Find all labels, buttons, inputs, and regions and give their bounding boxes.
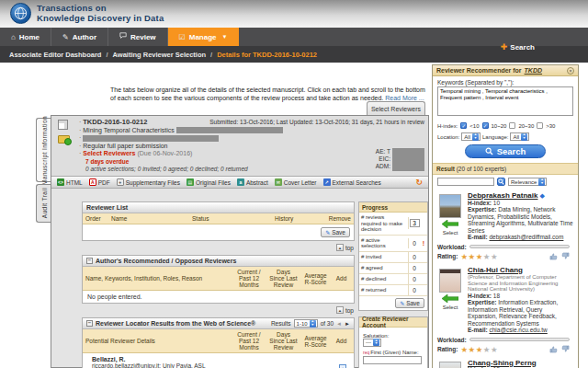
pencil-icon: ✎ — [400, 300, 404, 306]
submission-type: Regular full paper submission — [79, 143, 424, 151]
adm-label: ADM: — [376, 163, 390, 170]
collapse-icon[interactable]: − — [86, 258, 93, 264]
thumbs-down-icon[interactable] — [561, 252, 570, 260]
progress-row: # agreed 0 — [359, 263, 427, 274]
tab-manuscript-information[interactable]: Manuscript Information — [36, 118, 51, 182]
redacted-editors — [392, 148, 424, 171]
instructions-text: The tabs below organize all of the detai… — [110, 86, 426, 102]
tab-audit-trail[interactable]: Audit Trail — [36, 184, 51, 223]
add-reviewer-icon[interactable]: + — [339, 364, 346, 368]
expert-email-link[interactable]: chia@csie.ncu.edu.tw — [489, 327, 547, 333]
first-name-field[interactable] — [363, 356, 422, 364]
select-expert-button[interactable]: Select — [437, 294, 463, 310]
breadcrumb-awaiting[interactable]: Awaiting Reviewer Selection — [113, 51, 207, 59]
author-recommended-section: − Author's Recommended / Opposed Reviewe… — [82, 255, 355, 304]
filter-search-button[interactable] — [497, 178, 505, 186]
progress-row: # reviews required to make decision — [359, 213, 427, 236]
up-arrow-icon: ▲ — [336, 244, 344, 251]
back-to-top-button[interactable]: ▲ top — [336, 244, 354, 251]
recommender-title: Reviewer Recommender for — [436, 67, 522, 74]
html-button[interactable]: <> HTML — [57, 178, 83, 186]
language-select[interactable]: All ▲▼ — [510, 132, 529, 141]
no-people-message: No people entered. — [83, 291, 354, 303]
reviewer-name-link[interactable]: Bellazzi, R. — [92, 356, 349, 362]
first-name-label: reqFirst (Given) Name: — [363, 350, 424, 355]
cover-letter-icon: ✉ — [275, 178, 282, 186]
salutation-select[interactable]: --- ▲▼ — [363, 339, 381, 347]
expert-name-link[interactable]: Chia-Hui Chang — [468, 266, 523, 274]
thumbs-up-icon[interactable] — [549, 252, 558, 260]
overdue-notice: 7 days overdue — [85, 158, 424, 167]
result-filter-input[interactable] — [437, 178, 494, 186]
close-icon[interactable]: × — [567, 67, 574, 75]
home-icon: ⌂ — [11, 33, 16, 41]
reviewer-affiliation: riccardo.bellazzi@unipv.it; Univ Pavia, … — [92, 362, 349, 368]
expert-photo — [439, 362, 461, 368]
hindex-checkbox-20-30[interactable] — [509, 122, 515, 129]
tab-select-reviewers[interactable]: Select Reviewers — [367, 101, 425, 116]
cover-letter-button[interactable]: ✉ Cover Letter — [275, 178, 317, 186]
refresh-icon[interactable]: ↻ — [415, 178, 423, 187]
nav-home[interactable]: ⌂ Home — [0, 28, 51, 46]
plus-file-icon: + — [117, 178, 124, 186]
location-select[interactable]: All ▲▼ — [461, 132, 481, 141]
expert-card: Select Debprakash Patnaik◆ H-index: 10 E… — [433, 189, 578, 263]
original-files-button[interactable]: ▤ Original Files — [187, 178, 231, 186]
reviewer-locator-title: Reviewer Locator Results from the Web of… — [96, 320, 255, 327]
current-task: Select Reviewers (Due 06-Nov-2016) — [79, 150, 424, 158]
collapse-icon[interactable]: − — [86, 320, 93, 327]
top-search-button[interactable]: ✚ Search — [501, 42, 535, 52]
tkdd-link[interactable]: TKDD — [525, 67, 542, 74]
tab-content: Reviewer List Order Name Status History … — [51, 189, 428, 367]
expert-photo — [439, 269, 461, 293]
thumbs-up-icon[interactable] — [549, 345, 558, 353]
journal-banner: Transactions on Knowledge Discovery in D… — [0, 0, 588, 28]
thumbs-down-icon[interactable] — [561, 345, 570, 353]
nav-manage[interactable]: ☑ Manage ▼ — [168, 28, 239, 46]
files-folder-icon[interactable] — [58, 135, 70, 144]
supplementary-files-button[interactable]: + Supplementary Files — [117, 178, 180, 186]
save-button[interactable]: ✎ Save — [321, 227, 350, 237]
nav-author[interactable]: ✎ Author — [51, 28, 108, 46]
expert-card: Select Chia-Hui Chang (Professor, Depart… — [433, 263, 578, 356]
reviewer-locator-header: Potential Reviewer Details Current / Pas… — [83, 329, 354, 353]
prev-page-icon[interactable]: ◄ — [336, 321, 342, 327]
external-searches-button[interactable]: ↗ External Searches — [323, 178, 381, 186]
breadcrumb-dashboard[interactable]: Associate Editor Dashboard — [9, 51, 101, 59]
pencil-icon: ✎ — [325, 229, 330, 236]
search-icon — [498, 178, 504, 185]
results-label: Results — [271, 320, 291, 327]
expert-email-link[interactable]: debprakash@rediffmail.com — [489, 234, 563, 240]
location-language-row: Location: All ▲▼ Language: All ▲▼ — [437, 132, 573, 141]
abstract-button[interactable]: a Abstract — [237, 178, 268, 186]
results-range-select[interactable]: 1-10 ▲▼ — [294, 319, 318, 328]
reviewer-list-title: Reviewer List — [86, 204, 128, 211]
progress-row: # returned 0 — [359, 285, 427, 296]
hindex-checkbox-lt10[interactable]: ✓ — [460, 122, 467, 129]
nav-review[interactable]: Review — [108, 28, 168, 46]
read-more-link[interactable]: Read More ... — [385, 95, 424, 101]
manuscript-title: Mining Temporal Characteristics — [79, 127, 424, 135]
expert-affiliation: (Professor, Department of Computer Scien… — [468, 274, 573, 293]
star-rating: ★★★★★ — [460, 252, 498, 261]
reviewer-list-header: Order Name Status History Remove — [83, 213, 354, 224]
results-total: of 30 — [321, 320, 334, 327]
sort-select[interactable]: Relevance ▲▼ — [508, 178, 547, 186]
recommender-search-button[interactable]: Search — [465, 144, 546, 158]
hindex-checkbox-10-20[interactable]: ✓ — [482, 122, 489, 129]
keywords-textarea[interactable]: Temporal mining , Temporal characteristi… — [437, 86, 573, 116]
progress-title: Progress — [359, 202, 427, 213]
next-page-icon[interactable]: ► — [345, 321, 350, 327]
redacted-title-2 — [83, 135, 219, 142]
page: Transactions on Knowledge Discovery in D… — [0, 0, 588, 368]
progress-row: # declined 0 — [359, 274, 427, 285]
select-expert-button[interactable]: Select — [437, 220, 463, 236]
back-to-top-button[interactable]: ▲ top — [336, 306, 354, 314]
hindex-checkbox-gt30[interactable] — [537, 122, 543, 129]
notes-icon[interactable] — [58, 120, 68, 130]
reviews-required-input[interactable] — [410, 219, 420, 227]
diamond-icon: ◆ — [539, 192, 544, 200]
save-button[interactable]: ✎ Save — [395, 298, 424, 308]
alert-icon: ! — [420, 240, 427, 247]
pdf-button[interactable]: A PDF — [89, 178, 110, 186]
